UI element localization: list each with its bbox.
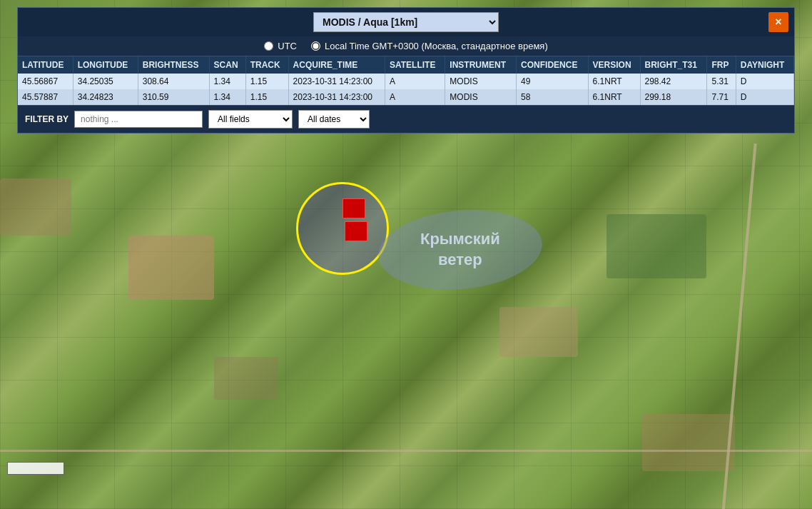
filter-dates-select[interactable]: All datesLast 24hLast 48hLast 7 days [298,110,370,128]
cell-satellite: A [385,74,445,89]
road-horizontal [0,450,812,452]
table-header-version: VERSION [588,56,640,74]
utc-radio[interactable] [264,41,273,51]
table-header-scan: SCAN [209,56,245,74]
cell-acquire_time: 2023-10-31 14:23:00 [288,74,385,89]
table-header-longitude: LONGITUDE [73,56,138,74]
table-header-acquire_time: ACQUIRE_TIME [288,56,385,74]
cell-daynight: D [736,74,793,89]
cell-confidence: 49 [517,74,589,89]
field-patch [0,178,71,236]
cell-instrument: MODIS [445,89,517,105]
local-label: Local Time GMT+0300 (Москва, стандартное… [325,41,548,51]
cell-track: 1.15 [245,74,288,89]
cell-scan: 1.34 [209,89,245,105]
cell-version: 6.1NRT [588,74,640,89]
local-radio[interactable] [311,41,320,51]
cell-confidence: 58 [517,89,589,105]
utc-label: UTC [278,41,297,51]
close-button[interactable]: × [768,12,788,32]
cell-daynight: D [736,89,793,105]
table-header-daynight: DAYNIGHT [736,56,793,74]
table-header-frp: FRP [707,56,736,74]
data-table: LATITUDELONGITUDEBRIGHTNESSSCANTRACKACQU… [18,56,794,105]
filter-fields-select[interactable]: All fieldsLATITUDELONGITUDEBRIGHTNESSSAT… [208,110,293,128]
filter-label: FILTER BY [25,114,68,124]
satellite-select[interactable]: MODIS / Aqua [1km]MODIS / Terra [1km]VII… [313,12,499,32]
cell-track: 1.15 [245,89,288,105]
cell-instrument: MODIS [445,74,517,89]
local-option[interactable]: Local Time GMT+0300 (Москва, стандартное… [311,41,548,51]
filter-input[interactable] [74,111,203,128]
field-patch [607,214,706,278]
table-header: LATITUDELONGITUDEBRIGHTNESSSCANTRACKACQU… [18,56,794,74]
cell-brightness: 308.64 [138,74,209,89]
dropdown-row: MODIS / Aqua [1km]MODIS / Terra [1km]VII… [18,8,794,36]
field-patch [128,236,214,300]
overlay-panel: MODIS / Aqua [1km]MODIS / Terra [1km]VII… [17,7,795,133]
table-header-brightness: BRIGHTNESS [138,56,209,74]
cell-longitude: 34.25035 [73,74,138,89]
filter-row: FILTER BY All fieldsLATITUDELONGITUDEBRI… [18,105,794,133]
cell-bright_t31: 299.18 [640,89,707,105]
cell-frp: 7.71 [707,89,736,105]
cell-latitude: 45.57887 [18,89,73,105]
table-header-track: TRACK [245,56,288,74]
cell-latitude: 45.56867 [18,74,73,89]
scale-bar [7,462,64,475]
table-header-latitude: LATITUDE [18,56,73,74]
cell-scan: 1.34 [209,74,245,89]
cell-acquire_time: 2023-10-31 14:23:00 [288,89,385,105]
timezone-row: UTC Local Time GMT+0300 (Москва, стандар… [18,36,794,56]
table-body: 45.5686734.25035308.641.341.152023-10-31… [18,74,794,105]
field-patch [642,414,735,471]
cell-version: 6.1NRT [588,89,640,105]
cell-frp: 5.31 [707,74,736,89]
cell-satellite: A [385,89,445,105]
cell-bright_t31: 298.42 [640,74,707,89]
table-header-satellite: SATELLITE [385,56,445,74]
table-header-instrument: INSTRUMENT [445,56,517,74]
table-header-confidence: CONFIDENCE [517,56,589,74]
table-header-bright_t31: BRIGHT_T31 [640,56,707,74]
header-row: LATITUDELONGITUDEBRIGHTNESSSCANTRACKACQU… [18,56,794,74]
field-patch [499,307,578,357]
field-patch [214,357,278,400]
utc-option[interactable]: UTC [264,41,297,51]
cell-brightness: 310.59 [138,89,209,105]
cell-longitude: 34.24823 [73,89,138,105]
table-row[interactable]: 45.5686734.25035308.641.341.152023-10-31… [18,74,794,89]
table-row[interactable]: 45.5788734.24823310.591.341.152023-10-31… [18,89,794,105]
